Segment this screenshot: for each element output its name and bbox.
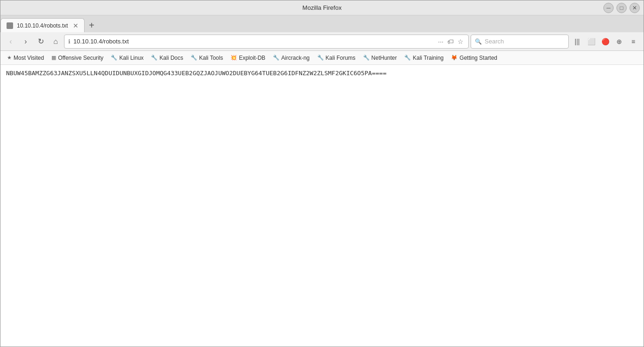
bookmark-kali-forums[interactable]: 🔧Kali Forums	[315, 54, 358, 62]
kali-linux-icon: 🔧	[111, 55, 117, 61]
bookmark-kali-docs[interactable]: 🔧Kali Docs	[148, 54, 186, 62]
getting-started-label: Getting Started	[459, 55, 497, 61]
kali-docs-icon: 🔧	[151, 55, 157, 61]
search-placeholder: Search	[485, 38, 504, 45]
bookmarks-bar: ★Most Visited▦Offensive Security🔧Kali Li…	[0, 51, 644, 65]
nav-right-buttons: ||| ⬜ 🔴 ⊕ ≡	[571, 35, 640, 48]
active-tab[interactable]: 10.10.10.4/robots.txt ✕	[0, 18, 85, 32]
nethunter-label: NetHunter	[372, 55, 397, 61]
kali-training-label: Kali Training	[413, 55, 444, 61]
bookmark-aircrack-ng[interactable]: 🔧Aircrack-ng	[270, 54, 313, 62]
browser-window: Mozilla Firefox ─ □ ✕ 10.10.10.4/robots.…	[0, 0, 644, 347]
kali-tools-icon: 🔧	[191, 55, 197, 61]
bookmark-exploit-db[interactable]: 💥Exploit-DB	[228, 54, 268, 62]
offensive-security-label: Offensive Security	[58, 55, 103, 61]
page-content: NBUW45BAMZZG63JANZSXU5LLN4QDUIDUNBUXGIDJ…	[6, 69, 638, 78]
home-button[interactable]: ⌂	[49, 35, 62, 48]
most-visited-label: Most Visited	[14, 55, 44, 61]
menu-button[interactable]: ≡	[627, 35, 640, 48]
bookmark-kali-training[interactable]: 🔧Kali Training	[401, 54, 446, 62]
most-visited-icon: ★	[7, 55, 12, 61]
forward-button[interactable]: ›	[19, 35, 32, 48]
bookmark-offensive-security[interactable]: ▦Offensive Security	[49, 54, 106, 62]
back-button[interactable]: ‹	[4, 35, 17, 48]
kali-training-icon: 🔧	[404, 55, 411, 61]
search-icon: 🔍	[475, 38, 482, 45]
offensive-security-icon: ▦	[51, 55, 56, 61]
new-tab-button[interactable]: +	[85, 18, 99, 32]
firefox-account-button[interactable]: 🔴	[599, 35, 612, 48]
exploit-db-icon: 💥	[230, 55, 237, 61]
tab-favicon-icon	[7, 22, 13, 29]
navigation-bar: ‹ › ↻ ⌂ ℹ 10.10.10.4/robots.txt ··· 🏷 ☆ …	[0, 32, 644, 51]
aircrack-ng-label: Aircrack-ng	[281, 55, 310, 61]
more-button[interactable]: ···	[437, 38, 444, 45]
search-bar[interactable]: 🔍 Search	[471, 35, 569, 49]
exploit-db-label: Exploit-DB	[239, 55, 265, 61]
title-bar: Mozilla Firefox ─ □ ✕	[0, 0, 644, 15]
bookmark-nethunter[interactable]: 🔧NetHunter	[360, 54, 400, 62]
bookmark-getting-started[interactable]: 🦊Getting Started	[448, 54, 500, 62]
address-text: 10.10.10.4/robots.txt	[73, 38, 434, 45]
bookmark-most-visited[interactable]: ★Most Visited	[4, 54, 47, 62]
bookmark-kali-tools[interactable]: 🔧Kali Tools	[188, 54, 226, 62]
synced-tabs-button[interactable]: ⬜	[585, 35, 598, 48]
bookmark-star-button[interactable]: ☆	[457, 38, 465, 45]
nethunter-icon: 🔧	[363, 55, 370, 61]
aircrack-ng-icon: 🔧	[273, 55, 279, 61]
kali-docs-label: Kali Docs	[159, 55, 183, 61]
close-button[interactable]: ✕	[630, 3, 640, 13]
library-button[interactable]: |||	[571, 35, 584, 48]
address-bar[interactable]: ℹ 10.10.10.4/robots.txt ··· 🏷 ☆	[64, 35, 469, 49]
minimize-button[interactable]: ─	[603, 3, 614, 13]
tab-title: 10.10.10.4/robots.txt	[17, 22, 69, 29]
address-bar-actions: ··· 🏷 ☆	[437, 38, 465, 45]
kali-forums-icon: 🔧	[317, 55, 324, 61]
tab-close-button[interactable]: ✕	[73, 22, 79, 29]
bookmark-kali-linux[interactable]: 🔧Kali Linux	[108, 54, 146, 62]
getting-started-icon: 🦊	[451, 55, 458, 61]
window-controls: ─ □ ✕	[603, 3, 640, 13]
reload-button[interactable]: ↻	[34, 35, 47, 48]
kali-linux-label: Kali Linux	[119, 55, 143, 61]
security-icon: ℹ	[68, 38, 71, 45]
kali-forums-label: Kali Forums	[326, 55, 356, 61]
content-area: NBUW45BAMZZG63JANZSXU5LLN4QDUIDUNBUXGIDJ…	[0, 65, 644, 347]
pocket-button[interactable]: 🏷	[446, 38, 455, 45]
kali-tools-label: Kali Tools	[199, 55, 223, 61]
maximize-button[interactable]: □	[616, 3, 627, 13]
tab-bar: 10.10.10.4/robots.txt ✕ +	[0, 15, 644, 32]
container-button[interactable]: ⊕	[613, 35, 626, 48]
window-title: Mozilla Firefox	[302, 4, 342, 11]
